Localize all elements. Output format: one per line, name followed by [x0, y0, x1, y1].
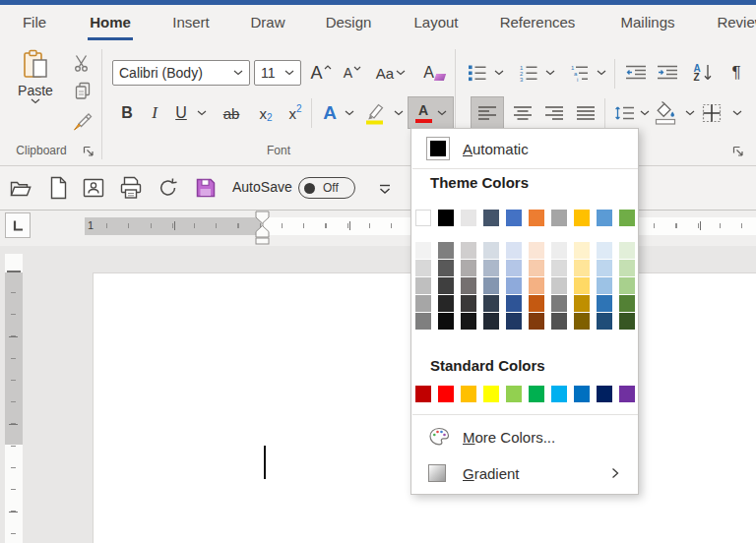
format-painter-button[interactable]: [67, 106, 96, 136]
color-swatch[interactable]: [597, 313, 612, 330]
color-swatch[interactable]: [483, 242, 499, 259]
strikethrough-button[interactable]: ab: [215, 97, 248, 129]
numbering-dropdown[interactable]: [543, 58, 557, 88]
color-swatch[interactable]: [483, 295, 499, 312]
color-swatch[interactable]: [415, 386, 431, 402]
save-button[interactable]: [193, 175, 219, 201]
color-swatch[interactable]: [506, 313, 522, 330]
chevron-down-icon[interactable]: [396, 70, 406, 76]
color-swatch[interactable]: [461, 210, 476, 226]
sort-button[interactable]: A Z: [687, 58, 719, 88]
chevron-down-icon[interactable]: [284, 70, 294, 76]
color-swatch[interactable]: [461, 313, 476, 330]
color-swatch[interactable]: [574, 313, 590, 330]
color-swatch[interactable]: [461, 242, 476, 259]
vertical-ruler[interactable]: [5, 254, 23, 543]
multilevel-dropdown[interactable]: [595, 58, 608, 88]
print-preview-button[interactable]: [118, 175, 144, 201]
color-swatch[interactable]: [619, 295, 635, 312]
color-swatch[interactable]: [597, 386, 612, 402]
align-left-button[interactable]: [471, 96, 504, 129]
color-swatch[interactable]: [438, 386, 454, 402]
color-swatch[interactable]: [438, 210, 454, 226]
show-formatting-button[interactable]: ¶: [724, 58, 748, 88]
redo-button[interactable]: [156, 175, 181, 201]
color-swatch[interactable]: [461, 295, 476, 312]
highlight-button[interactable]: [358, 97, 390, 129]
decrease-indent-button[interactable]: [622, 58, 650, 88]
borders-dropdown[interactable]: [730, 97, 744, 129]
color-swatch[interactable]: [551, 260, 567, 276]
grow-font-button[interactable]: A: [307, 59, 335, 87]
contact-card-button[interactable]: [81, 175, 106, 201]
multilevel-list-button[interactable]: 1 a i: [567, 58, 593, 88]
color-swatch[interactable]: [438, 242, 454, 259]
color-swatch[interactable]: [506, 210, 522, 226]
borders-button[interactable]: [695, 97, 728, 129]
tab-references[interactable]: References: [500, 14, 576, 30]
gradient-item[interactable]: Gradient: [411, 456, 638, 490]
color-swatch[interactable]: [551, 210, 567, 226]
tab-stop-selector[interactable]: [5, 212, 31, 238]
indent-markers[interactable]: [254, 211, 272, 246]
underline-dropdown[interactable]: [195, 97, 209, 129]
color-swatch[interactable]: [506, 242, 522, 259]
bullets-button[interactable]: [465, 58, 490, 88]
left-indent-marker[interactable]: [256, 238, 269, 244]
first-line-indent-marker[interactable]: [256, 211, 269, 223]
font-color-button[interactable]: A: [408, 96, 454, 129]
color-swatch[interactable]: [529, 277, 544, 294]
color-swatch[interactable]: [415, 242, 431, 259]
subscript-button[interactable]: x 2: [252, 97, 280, 129]
color-swatch[interactable]: [551, 242, 567, 259]
color-swatch[interactable]: [597, 277, 612, 294]
color-swatch[interactable]: [574, 260, 590, 276]
color-swatch[interactable]: [483, 313, 499, 330]
color-swatch[interactable]: [551, 313, 567, 330]
bullets-dropdown[interactable]: [492, 58, 506, 88]
color-swatch[interactable]: [415, 277, 431, 294]
color-swatch[interactable]: [415, 210, 431, 226]
color-swatch[interactable]: [529, 210, 544, 226]
color-swatch[interactable]: [619, 386, 635, 402]
color-swatch[interactable]: [506, 295, 522, 312]
more-colors-item[interactable]: More Colors...: [411, 420, 638, 453]
superscript-button[interactable]: x 2: [282, 97, 309, 129]
color-swatch[interactable]: [461, 277, 476, 294]
qat-overflow-button[interactable]: [372, 177, 398, 203]
automatic-color-item[interactable]: Automatic: [411, 133, 638, 164]
color-swatch[interactable]: [506, 386, 522, 402]
color-swatch[interactable]: [597, 210, 612, 226]
copy-button[interactable]: [71, 79, 94, 102]
color-swatch[interactable]: [529, 386, 544, 402]
color-swatch[interactable]: [529, 260, 544, 276]
color-swatch[interactable]: [551, 277, 567, 294]
color-swatch[interactable]: [483, 386, 499, 402]
shading-button[interactable]: [650, 97, 681, 129]
paragraph-dialog-launcher[interactable]: [731, 145, 745, 158]
tab-design[interactable]: Design: [326, 14, 372, 30]
clear-formatting-button[interactable]: A: [417, 59, 451, 87]
color-swatch[interactable]: [529, 242, 544, 259]
font-color-dropdown-chevron[interactable]: [437, 110, 447, 116]
color-swatch[interactable]: [506, 260, 522, 276]
color-swatch[interactable]: [597, 242, 612, 259]
color-swatch[interactable]: [461, 386, 476, 402]
align-right-button[interactable]: [539, 97, 569, 129]
color-swatch[interactable]: [483, 210, 499, 226]
tab-review[interactable]: Review: [717, 14, 756, 30]
new-document-button[interactable]: [45, 175, 71, 201]
color-swatch[interactable]: [506, 277, 522, 294]
tab-file[interactable]: File: [23, 14, 46, 30]
tab-layout[interactable]: Layout: [413, 14, 458, 30]
color-swatch[interactable]: [438, 295, 454, 312]
hanging-indent-marker[interactable]: [256, 226, 269, 238]
color-swatch[interactable]: [619, 242, 635, 259]
color-swatch[interactable]: [483, 277, 499, 294]
color-swatch[interactable]: [619, 313, 635, 330]
color-swatch[interactable]: [438, 313, 454, 330]
color-swatch[interactable]: [415, 295, 431, 312]
color-swatch[interactable]: [415, 313, 431, 330]
numbering-button[interactable]: 1 2 3: [516, 58, 541, 88]
color-swatch[interactable]: [461, 260, 476, 276]
